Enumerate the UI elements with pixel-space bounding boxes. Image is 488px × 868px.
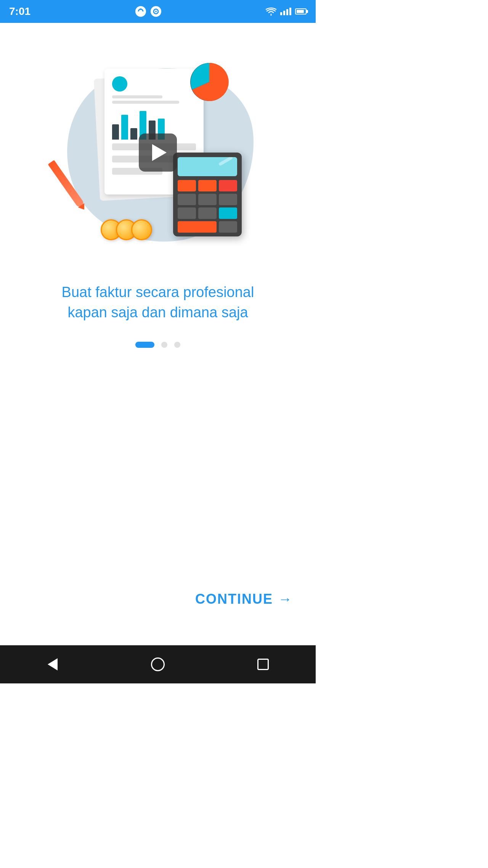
calculator	[173, 153, 242, 236]
back-icon	[48, 658, 58, 670]
tagline-text: Buat faktur secara profesional kapan saj…	[54, 282, 262, 323]
nav-recents-button[interactable]	[252, 653, 274, 676]
nav-back-button[interactable]	[41, 653, 64, 676]
status-icons	[266, 7, 307, 16]
signal-icon	[280, 8, 291, 15]
coins-group	[101, 219, 152, 240]
doc-line-2	[112, 101, 179, 104]
calc-btn-1	[178, 180, 196, 191]
tagline-line1: Buat faktur secara profesional	[62, 284, 254, 300]
nav-home-button[interactable]	[146, 653, 169, 676]
main-content: Buat faktur secara profesional kapan saj…	[0, 23, 316, 645]
home-icon	[151, 657, 165, 671]
pie-chart	[188, 61, 230, 103]
illustration-container	[51, 46, 265, 259]
calc-btn-6	[219, 194, 237, 205]
calc-btn-2	[198, 180, 217, 191]
calc-btn-5	[198, 194, 217, 205]
svg-point-1	[140, 8, 141, 10]
app-icon-2	[150, 5, 162, 18]
calculator-buttons	[178, 180, 237, 233]
calc-btn-7	[178, 207, 196, 219]
doc-line-1	[112, 95, 162, 98]
play-button[interactable]	[139, 133, 177, 172]
dot-2-inactive	[161, 342, 167, 348]
bar-2	[121, 115, 128, 140]
status-bar: 7:01	[0, 0, 316, 23]
page-indicator	[135, 342, 180, 348]
dot-1-active	[135, 342, 154, 348]
calculator-screen	[178, 157, 237, 176]
dot-3-inactive	[174, 342, 180, 348]
recents-icon	[257, 659, 269, 670]
calc-btn-3	[219, 180, 237, 191]
bar-3	[130, 128, 137, 140]
battery-icon	[295, 8, 307, 14]
bar-1	[112, 124, 119, 140]
continue-button[interactable]: CONTINUE →	[195, 591, 293, 607]
calc-btn-wide	[178, 221, 217, 233]
continue-label: CONTINUE	[195, 591, 273, 607]
app-icon-1	[135, 5, 147, 18]
play-icon	[152, 144, 167, 161]
navigation-bar	[0, 645, 316, 683]
doc-header-lines	[112, 95, 196, 104]
continue-arrow-icon: →	[278, 591, 293, 607]
svg-point-0	[135, 6, 146, 17]
coin-3	[131, 219, 152, 240]
status-app-icons	[135, 5, 162, 18]
doc-circle-element	[112, 76, 127, 92]
status-time: 7:01	[9, 5, 30, 18]
svg-point-4	[155, 11, 157, 12]
calc-btn-9	[219, 207, 237, 219]
wifi-icon	[266, 7, 276, 16]
calc-btn-4	[178, 194, 196, 205]
calc-btn-10	[219, 221, 237, 233]
tagline-line2: kapan saja dan dimana saja	[67, 304, 248, 320]
calc-btn-8	[198, 207, 217, 219]
